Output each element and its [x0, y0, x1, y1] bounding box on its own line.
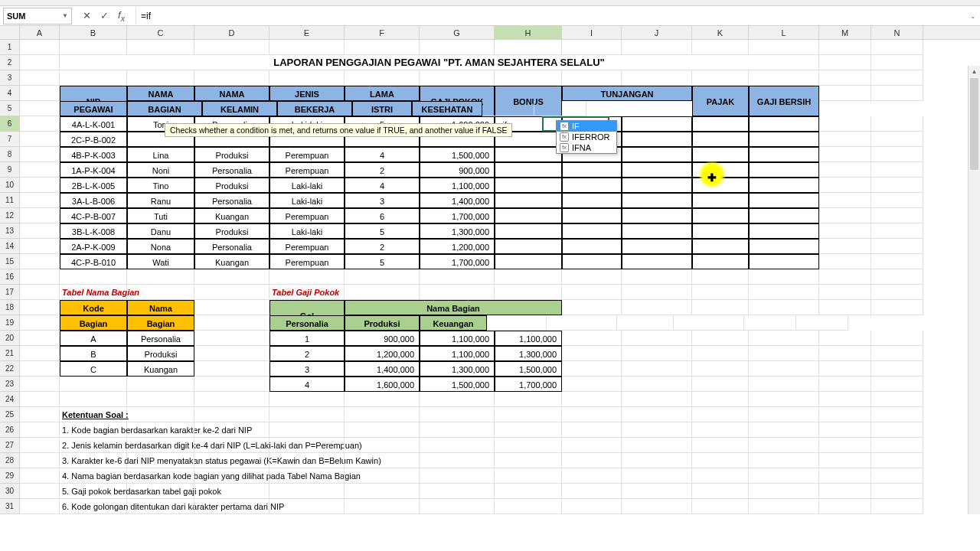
cell[interactable] — [127, 377, 194, 392]
cell[interactable] — [495, 223, 562, 239]
cell[interactable]: 3B-L-K-008 — [60, 223, 127, 239]
cell[interactable] — [622, 193, 692, 208]
column-header[interactable]: E — [270, 26, 345, 39]
cell[interactable]: Danu — [127, 223, 194, 239]
cell[interactable] — [20, 223, 60, 239]
cell[interactable] — [692, 331, 749, 346]
cell[interactable] — [562, 239, 622, 254]
column-header[interactable]: F — [345, 26, 420, 39]
cell[interactable] — [194, 484, 270, 499]
cell[interactable]: 2A-P-K-009 — [60, 239, 127, 254]
cell[interactable] — [622, 422, 692, 438]
cell[interactable] — [495, 407, 562, 422]
cell[interactable]: 6. Kode golongan ditentukan dari karakte… — [60, 499, 127, 514]
cell[interactable] — [495, 40, 562, 55]
cell[interactable] — [60, 392, 127, 407]
cell[interactable] — [60, 70, 127, 86]
row-header[interactable]: 15 — [0, 254, 20, 269]
cell[interactable] — [562, 392, 622, 407]
cell[interactable] — [20, 438, 60, 453]
cell[interactable] — [692, 116, 749, 132]
cell[interactable] — [562, 331, 622, 346]
cell[interactable] — [345, 407, 420, 422]
cell[interactable] — [420, 269, 495, 285]
cell[interactable]: 2 — [345, 239, 420, 254]
cell[interactable]: Lina — [127, 147, 194, 162]
cell[interactable] — [819, 407, 871, 422]
cell[interactable] — [20, 422, 60, 438]
cell[interactable] — [127, 484, 194, 499]
cell[interactable] — [194, 438, 270, 453]
cell[interactable]: 4B-P-K-003 — [60, 147, 127, 162]
cell[interactable]: ISTRI — [352, 101, 412, 116]
cell[interactable]: 4 — [345, 147, 420, 162]
cell[interactable]: 4. Nama bagian berdasarkan kode bagian y… — [60, 468, 127, 484]
cell[interactable] — [194, 269, 270, 285]
column-header[interactable]: C — [127, 26, 194, 39]
cell[interactable] — [749, 223, 819, 239]
cell[interactable] — [420, 453, 495, 468]
cell[interactable] — [871, 223, 923, 239]
cell[interactable] — [482, 101, 534, 116]
cell[interactable] — [562, 361, 622, 377]
cell[interactable] — [819, 346, 871, 361]
cell[interactable] — [20, 407, 60, 422]
cell[interactable]: Tuti — [127, 208, 194, 223]
cell[interactable] — [749, 438, 819, 453]
cell[interactable] — [622, 392, 692, 407]
cell[interactable]: 2C-P-B-002 — [60, 132, 127, 147]
cell[interactable] — [692, 392, 749, 407]
row-header[interactable]: 27 — [0, 438, 20, 453]
cell[interactable] — [749, 453, 819, 468]
scroll-up-icon[interactable]: ▲ — [969, 66, 980, 78]
cell[interactable]: 1,500,000 — [495, 361, 562, 377]
cell[interactable] — [819, 55, 871, 70]
cell[interactable] — [617, 315, 674, 331]
cell[interactable]: 1,700,000 — [420, 254, 495, 269]
cell[interactable] — [871, 147, 923, 162]
cell[interactable] — [20, 315, 60, 331]
row-header[interactable]: 17 — [0, 285, 20, 300]
vertical-scrollbar[interactable]: ▲ — [968, 66, 980, 514]
cell[interactable] — [127, 422, 194, 438]
cell[interactable]: 1,600,000 — [345, 377, 420, 392]
cell[interactable] — [20, 40, 60, 55]
row-header[interactable]: 23 — [0, 377, 20, 392]
cell[interactable]: 5 — [345, 223, 420, 239]
cell[interactable] — [20, 162, 60, 178]
cell[interactable] — [692, 208, 749, 223]
function-autocomplete[interactable]: fxIF fxIFERROR fxIFNA — [556, 120, 617, 154]
cell[interactable] — [270, 468, 345, 484]
cell[interactable]: Laki-laki — [270, 193, 345, 208]
cell[interactable] — [420, 285, 495, 300]
cell[interactable] — [871, 484, 923, 499]
cell[interactable] — [547, 315, 617, 331]
cell[interactable]: C — [60, 361, 127, 377]
enter-icon[interactable]: ✓ — [100, 10, 109, 21]
cell[interactable] — [534, 101, 586, 116]
row-header[interactable]: 31 — [0, 499, 20, 514]
cancel-icon[interactable]: ✕ — [83, 10, 91, 21]
row-header[interactable]: 12 — [0, 208, 20, 223]
cell[interactable]: 1,700,000 — [495, 377, 562, 392]
cell[interactable]: Nama Bagian — [345, 300, 562, 315]
cell[interactable] — [194, 453, 270, 468]
cell[interactable] — [194, 315, 270, 331]
row-header[interactable]: 19 — [0, 315, 20, 331]
cell[interactable] — [871, 178, 923, 193]
cell[interactable] — [495, 70, 562, 86]
cell[interactable] — [20, 453, 60, 468]
cell[interactable] — [692, 223, 749, 239]
cell[interactable] — [420, 468, 495, 484]
cell[interactable]: Personalia — [194, 239, 270, 254]
column-header[interactable]: J — [622, 26, 692, 39]
cell[interactable] — [871, 285, 923, 300]
cell[interactable] — [345, 438, 420, 453]
cell[interactable]: Kuangan — [127, 361, 194, 377]
cell[interactable] — [495, 392, 562, 407]
cell[interactable]: Personalia — [194, 162, 270, 178]
cell[interactable] — [20, 269, 60, 285]
cell[interactable] — [622, 361, 692, 377]
row-header[interactable]: 6 — [0, 116, 20, 132]
cell[interactable] — [562, 70, 622, 86]
